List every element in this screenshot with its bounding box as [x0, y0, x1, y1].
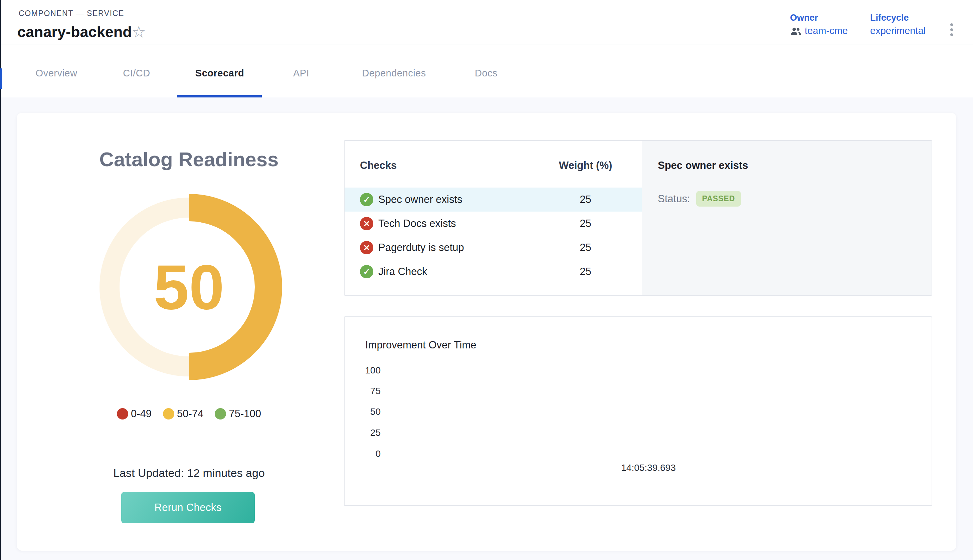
check-passed-icon: ✓ — [360, 193, 373, 206]
y-axis-tick-100: 100 — [345, 365, 381, 376]
check-row-jira[interactable]: ✓ Jira Check 25 — [345, 260, 642, 284]
check-name: Jira Check — [378, 266, 427, 278]
entity-kind-breadcrumb: COMPONENT — SERVICE — [19, 9, 124, 18]
check-status-row: Status: PASSED — [658, 191, 741, 207]
y-axis-tick-0: 0 — [345, 448, 381, 460]
last-updated-text: Last Updated: 12 minutes ago — [95, 466, 282, 480]
team-icon — [790, 27, 801, 35]
kebab-menu-icon[interactable] — [950, 23, 953, 36]
status-badge: PASSED — [696, 191, 741, 207]
gauge-score-value: 50 — [95, 193, 282, 380]
y-axis-tick-25: 25 — [345, 427, 381, 438]
improvement-chart-card: Improvement Over Time 100 75 50 25 0 14:… — [344, 317, 932, 506]
tab-scorecard[interactable]: Scorecard — [195, 67, 244, 79]
y-axis-tick-75: 75 — [345, 385, 381, 397]
active-tab-indicator — [177, 95, 262, 97]
left-edge-blue-indicator — [0, 68, 2, 89]
app-window: COMPONENT — SERVICE canary-backend ☆ Own… — [0, 0, 973, 560]
tab-overview[interactable]: Overview — [36, 67, 77, 79]
check-row-spec-owner[interactable]: ✓ Spec owner exists 25 — [345, 188, 642, 212]
check-row-pagerduty[interactable]: ✕ Pagerduty is setup 25 — [345, 236, 642, 260]
status-label: Status: — [658, 193, 690, 205]
legend-green-dot — [215, 408, 226, 420]
readiness-gauge: 50 — [95, 193, 282, 380]
check-weight: 25 — [541, 266, 630, 278]
tab-cicd[interactable]: CI/CD — [123, 67, 150, 79]
check-failed-icon: ✕ — [360, 217, 373, 230]
legend-label: 75-100 — [229, 408, 261, 420]
check-weight: 25 — [541, 193, 630, 206]
favorite-star-icon[interactable]: ☆ — [132, 24, 146, 40]
scorecard-panel: Catalog Readiness 50 0-49 50-74 75-100 L… — [17, 113, 956, 551]
legend-item-high: 75-100 — [215, 408, 261, 420]
check-name: Tech Docs exists — [378, 218, 456, 230]
check-weight: 25 — [541, 242, 630, 253]
legend-label: 0-49 — [131, 408, 152, 420]
owner-block: Owner team-cme — [790, 13, 848, 37]
check-weight: 25 — [541, 218, 630, 230]
legend-item-mid: 50-74 — [163, 408, 204, 420]
checks-card: Checks Weight (%) ✓ Spec owner exists 25… — [344, 140, 932, 296]
check-name: Pagerduty is setup — [378, 242, 464, 253]
legend-red-dot — [117, 408, 128, 420]
lifecycle-value: experimental — [870, 25, 926, 37]
chart-title: Improvement Over Time — [365, 339, 476, 351]
weight-column-header: Weight (%) — [541, 160, 630, 172]
page-title: canary-backend — [17, 23, 132, 41]
tab-docs[interactable]: Docs — [475, 67, 497, 79]
check-detail-title: Spec owner exists — [658, 160, 748, 172]
y-axis-tick-50: 50 — [345, 406, 381, 417]
lifecycle-block: Lifecycle experimental — [870, 13, 926, 37]
tab-dependencies[interactable]: Dependencies — [362, 67, 426, 79]
check-passed-icon: ✓ — [360, 265, 373, 278]
check-row-tech-docs[interactable]: ✕ Tech Docs exists 25 — [345, 212, 642, 236]
header-divider — [1, 44, 973, 44]
rerun-checks-button[interactable]: Rerun Checks — [121, 492, 255, 523]
scorecard-title: Catalog Readiness — [95, 148, 282, 172]
legend-label: 50-74 — [177, 408, 204, 420]
legend-item-low: 0-49 — [117, 408, 152, 420]
owner-value-link[interactable]: team-cme — [805, 25, 848, 37]
check-failed-icon: ✕ — [360, 241, 373, 254]
gauge-legend: 0-49 50-74 75-100 — [95, 408, 282, 420]
owner-label: Owner — [790, 13, 848, 23]
tab-api[interactable]: API — [293, 67, 309, 79]
x-axis-tick-timestamp: 14:05:39.693 — [605, 463, 692, 473]
check-name: Spec owner exists — [378, 193, 462, 206]
legend-yellow-dot — [163, 408, 174, 420]
checks-column-header: Checks — [360, 160, 397, 172]
lifecycle-label: Lifecycle — [870, 13, 926, 23]
